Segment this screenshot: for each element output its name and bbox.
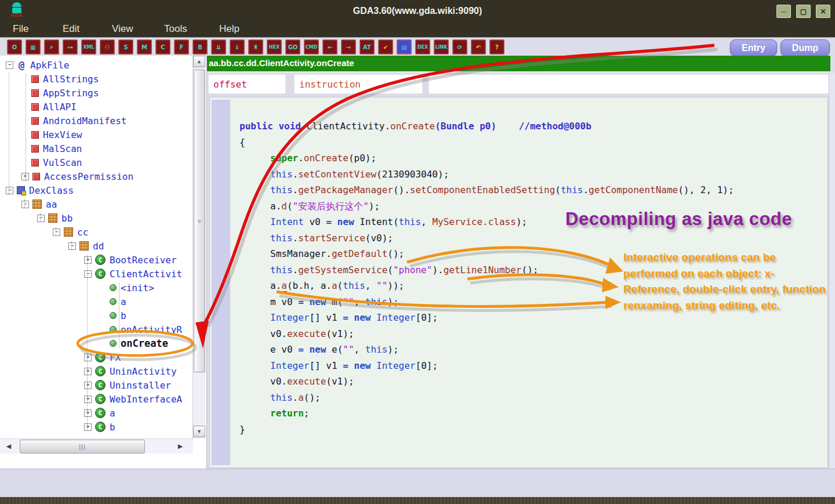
- code-string-token[interactable]: "phone": [393, 264, 432, 275]
- tree-item-bb[interactable]: −bb: [0, 211, 191, 225]
- tree-expander[interactable]: −: [21, 201, 29, 208]
- entry-button[interactable]: Entry: [730, 39, 777, 56]
- code-method-token[interactable]: a: [298, 392, 304, 403]
- tree-expander[interactable]: −: [53, 229, 60, 236]
- tree-item-uninactivity[interactable]: +CUninActivity: [0, 364, 191, 378]
- tree-horizontal-scrollbar[interactable]: ◀ ||| ▶: [0, 438, 193, 454]
- tree-item-fx[interactable]: +CFX: [0, 350, 191, 364]
- key-icon[interactable]: ⊶: [63, 39, 78, 55]
- back-icon[interactable]: ←: [322, 39, 337, 55]
- instruction-column-header[interactable]: instruction: [294, 74, 423, 94]
- tree-item-hexview[interactable]: HexView: [0, 128, 191, 142]
- code-method-token[interactable]: getPackageManager: [298, 184, 393, 195]
- code-method-token[interactable]: a: [281, 280, 287, 292]
- xml-icon[interactable]: XML: [81, 39, 96, 55]
- code-method-token[interactable]: MyService.class: [432, 216, 516, 227]
- code-method-token[interactable]: setContentView: [298, 169, 376, 180]
- tree-expander[interactable]: +: [84, 423, 92, 431]
- import-icon[interactable]: ⇊: [211, 39, 226, 55]
- tree-vertical-scrollbar[interactable]: ▲ ≡ ▼: [193, 56, 205, 438]
- tree-item-onactivityr[interactable]: onActivityR: [0, 322, 191, 336]
- forward-icon[interactable]: →: [341, 39, 356, 55]
- classes-icon[interactable]: C: [155, 39, 170, 55]
- offset-column-header[interactable]: offset: [208, 74, 286, 94]
- tree-expander[interactable]: +: [84, 382, 92, 389]
- api-icon[interactable]: ♜: [248, 39, 263, 55]
- code-method-token[interactable]: a: [332, 280, 337, 291]
- code-method-token[interactable]: startService: [298, 233, 365, 244]
- dialog-icon[interactable]: ▤: [397, 39, 412, 55]
- code-method-token[interactable]: getLine1Number: [444, 264, 522, 275]
- scroll-left-button[interactable]: ◀: [2, 440, 15, 452]
- tree-item-appstrings[interactable]: AppStrings: [0, 86, 191, 100]
- close-button[interactable]: ✕: [816, 5, 830, 18]
- tree-item-malscan[interactable]: MalScan: [0, 142, 191, 155]
- tree-expander[interactable]: −: [84, 270, 92, 278]
- refresh-icon[interactable]: ⟳: [452, 39, 467, 55]
- export-icon[interactable]: ⇓: [230, 39, 245, 55]
- code-string-token[interactable]: "安装后执行这个": [293, 201, 369, 212]
- tree-expander[interactable]: +: [84, 409, 92, 417]
- link-icon[interactable]: LINK: [434, 39, 449, 55]
- dump-button[interactable]: Dump: [780, 39, 830, 56]
- maximize-button[interactable]: ▢: [796, 5, 811, 18]
- tree-expander[interactable]: −: [37, 215, 45, 222]
- go-icon[interactable]: GO: [285, 39, 300, 55]
- save-icon[interactable]: ▦: [26, 39, 41, 55]
- horizontal-scroll-thumb[interactable]: |||: [20, 440, 145, 454]
- tree-item-androidmanifest[interactable]: AndroidManifest: [0, 114, 191, 128]
- undo-icon[interactable]: ↶: [471, 39, 486, 55]
- menu-help[interactable]: Help: [219, 23, 239, 35]
- bytecode-icon[interactable]: B: [193, 39, 208, 55]
- code-string-token[interactable]: "": [343, 296, 354, 307]
- tree-expander[interactable]: −: [68, 242, 76, 250]
- tree-item-bootreceiver[interactable]: +CBootReceiver: [0, 253, 191, 267]
- tree-item-b[interactable]: b: [0, 309, 191, 322]
- tree-item-uninstaller[interactable]: +CUninstaller: [0, 378, 191, 392]
- menu-view[interactable]: View: [112, 23, 133, 35]
- tree-item-dd[interactable]: −dd: [0, 239, 191, 253]
- tree-item-init[interactable]: <init>: [0, 281, 191, 295]
- search-icon[interactable]: ⌕: [44, 39, 59, 55]
- tree-item-aa[interactable]: −aa: [0, 197, 191, 211]
- tree-item-accesspermission[interactable]: +AccessPermission: [0, 169, 191, 183]
- tree-expander[interactable]: −: [6, 187, 13, 194]
- minimize-button[interactable]: ─: [776, 5, 791, 18]
- menu-file[interactable]: File: [13, 23, 28, 35]
- scroll-down-button[interactable]: ▼: [193, 426, 205, 437]
- code-method-token[interactable]: getComponentName: [589, 184, 678, 195]
- cmd-icon[interactable]: CMD: [304, 39, 319, 55]
- tree-item-vulscan[interactable]: VulScan: [0, 155, 191, 169]
- tree-item-dexclass[interactable]: −DexClass: [0, 183, 191, 197]
- tree-item-apkfile[interactable]: −@ApkFile: [0, 58, 191, 72]
- tree-item-allapi[interactable]: AllAPI: [0, 100, 191, 114]
- at-icon[interactable]: AT: [360, 39, 375, 55]
- tree-expander[interactable]: +: [84, 354, 92, 361]
- dex-icon[interactable]: DEX: [415, 39, 430, 55]
- fields-icon[interactable]: F: [174, 39, 189, 55]
- tree-item-a[interactable]: a: [0, 295, 191, 309]
- code-method-token[interactable]: setComponentEnabledSetting: [410, 184, 555, 195]
- help-icon[interactable]: ?: [489, 39, 504, 55]
- code-method-token[interactable]: d: [281, 201, 287, 212]
- code-method-token[interactable]: execute: [287, 328, 326, 339]
- tree-item-b[interactable]: +Cb: [0, 420, 191, 434]
- code-method-token[interactable]: onCreate: [304, 153, 348, 164]
- tree-item-webinterfacea[interactable]: +CWebInterfaceA: [0, 392, 191, 406]
- scroll-right-button[interactable]: ▶: [174, 440, 187, 452]
- code-method-token[interactable]: onCreate: [390, 121, 435, 132]
- methods-icon[interactable]: M: [137, 39, 152, 55]
- tree-expander[interactable]: +: [84, 256, 92, 264]
- menu-tools[interactable]: Tools: [164, 23, 187, 35]
- tree-item-allstrings[interactable]: AllStrings: [0, 72, 191, 86]
- tree-item-cc[interactable]: −cc: [0, 225, 191, 239]
- hex-view-icon[interactable]: HEX: [267, 39, 282, 55]
- vertical-scroll-thumb[interactable]: ≡: [194, 70, 205, 372]
- tree-item-oncreate[interactable]: onCreate: [0, 336, 191, 350]
- code-method-token[interactable]: execute: [287, 376, 326, 387]
- bird-icon[interactable]: ✔: [378, 39, 393, 55]
- tree-item-clientactivit[interactable]: −CClientActivit: [0, 267, 191, 281]
- tree-expander[interactable]: −: [6, 61, 13, 69]
- scroll-up-button[interactable]: ▲: [193, 56, 205, 67]
- tree-item-a[interactable]: +Ca: [0, 406, 191, 420]
